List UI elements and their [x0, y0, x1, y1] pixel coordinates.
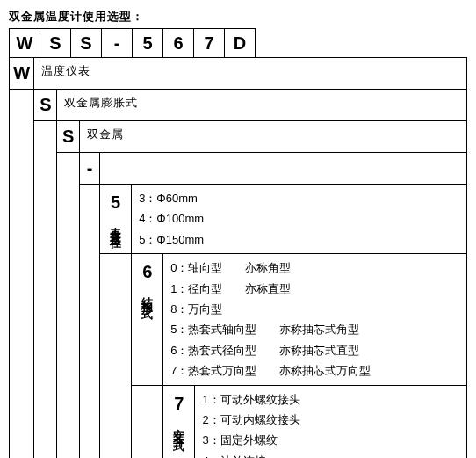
- list-item: 5：热套式轴向型 亦称抽芯式角型: [170, 319, 459, 339]
- list-item: 3：Φ60mm: [139, 188, 459, 208]
- code-cell: 5: [132, 28, 163, 58]
- row-head-w: W: [10, 58, 34, 90]
- code-cell: W: [9, 28, 40, 58]
- row-head-install: 7 安装方式: [163, 385, 195, 458]
- list-item: 2：可动内螺纹接头: [202, 410, 459, 430]
- struct-values: 0：轴向型 亦称角型 1：径向型 亦称直型 8：万向型 5：热套式轴向型 亦称抽…: [163, 254, 467, 385]
- row-head-dial: 5 表盘直径: [99, 185, 131, 254]
- code-cell: S: [70, 28, 102, 58]
- code-cell: D: [224, 28, 256, 58]
- list-item: 8：万向型: [170, 299, 459, 319]
- list-item: 1：可动外螺纹接头: [202, 389, 459, 410]
- list-item: 5：Φ150mm: [139, 229, 459, 250]
- dial-values: 3：Φ60mm 4：Φ100mm 5：Φ150mm: [132, 185, 467, 254]
- page-title: 双金属温度计使用选型：: [9, 9, 467, 25]
- row-label-s2: 双金属: [80, 121, 467, 153]
- selection-table: W 温度仪表 S 双金属膨胀式 S 双金属 - 5 表盘直径 3：Φ60mm 4…: [9, 57, 467, 458]
- list-item: 1：径向型 亦称直型: [170, 279, 459, 299]
- row-head-s2: S: [57, 121, 80, 153]
- list-item: 7：热套式万向型 亦称抽芯式万向型: [170, 360, 459, 381]
- code-cell: -: [101, 28, 133, 58]
- code-cell: 7: [193, 28, 225, 58]
- list-item: 4：Φ100mm: [139, 208, 459, 229]
- row-head-struct: 6 结构形式: [132, 254, 163, 385]
- row-label-w: 温度仪表: [34, 58, 467, 90]
- list-item: 3：固定外螺纹: [202, 430, 459, 450]
- row-label-s1: 双金属膨胀式: [57, 90, 467, 121]
- list-item: 4：法兰连接: [202, 451, 459, 458]
- install-values: 1：可动外螺纹接头 2：可动内螺纹接头 3：固定外螺纹 4：法兰连接 5：卡套螺…: [195, 385, 467, 458]
- model-code-row: W S S - 5 6 7 D: [9, 28, 467, 58]
- code-cell: S: [40, 28, 71, 58]
- list-item: 0：轴向型 亦称角型: [170, 258, 459, 278]
- row-head-s1: S: [34, 90, 57, 121]
- row-label-dash: [99, 153, 466, 185]
- list-item: 6：热套式径向型 亦称抽芯式直型: [170, 340, 459, 360]
- row-head-dash: -: [80, 153, 100, 185]
- code-cell: 6: [162, 28, 194, 58]
